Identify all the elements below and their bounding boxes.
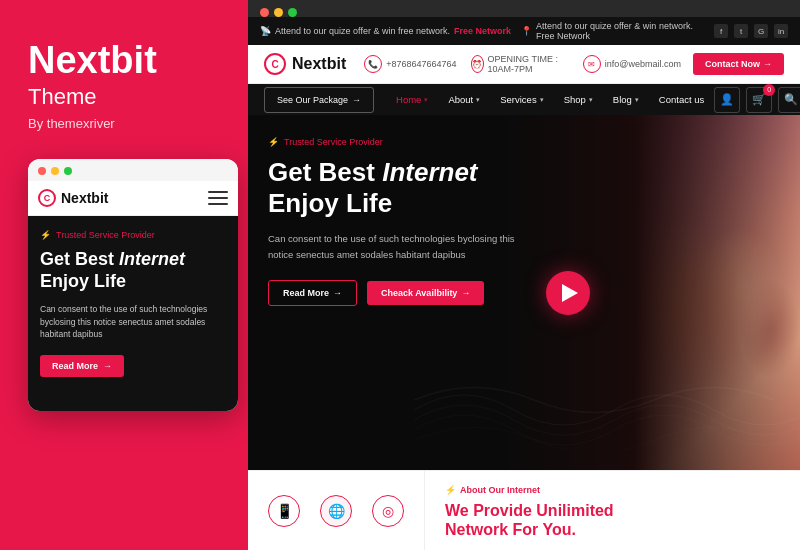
desktop-nav: See Our Package → Home ▾ About ▾ Service… <box>248 84 800 115</box>
nav-links: Home ▾ About ▾ Services ▾ Shop ▾ Blog ▾ … <box>386 84 714 115</box>
browser-dot-yellow <box>274 8 283 17</box>
phone-icon: 📞 <box>364 55 382 73</box>
twitter-icon[interactable]: t <box>734 24 748 38</box>
browser-dots <box>260 8 788 17</box>
header-info: 📞 +8768647664764 ⏰ OPENING TIME : 10AM-7… <box>364 54 681 74</box>
mobile-device-icon: 📱 <box>268 495 300 527</box>
hero-description: Can consent to the use of such technolog… <box>268 231 532 261</box>
announcement-icon: 📡 <box>260 26 271 36</box>
bottom-icons: 📱 🌐 ◎ <box>248 471 425 550</box>
about-title: We Provide Unilimited Network For You. <box>445 501 780 539</box>
google-plus-icon[interactable]: G <box>754 24 768 38</box>
contact-now-button[interactable]: Contact Now → <box>693 53 784 75</box>
brand-by: By themexriver <box>28 116 115 131</box>
announcement-bar: 📡 Attend to our quize offer & win free n… <box>248 17 800 45</box>
mobile-icon-item: 📱 <box>268 495 300 527</box>
mobile-logo-icon: C <box>38 189 56 207</box>
target-icon-item: ◎ <box>372 495 404 527</box>
arrow-icon: → <box>352 95 361 105</box>
facebook-icon[interactable]: f <box>714 24 728 38</box>
mobile-logo-text: Nextbit <box>61 190 108 206</box>
dot-red <box>38 167 46 175</box>
chevron-down-icon: ▾ <box>589 96 593 104</box>
trusted-icon: ⚡ <box>40 230 51 240</box>
nav-contact[interactable]: Contact us <box>649 84 714 115</box>
target-icon: ◎ <box>372 495 404 527</box>
arrow-icon: → <box>763 59 772 69</box>
nav-home[interactable]: Home ▾ <box>386 84 438 115</box>
play-button[interactable] <box>546 271 590 315</box>
phone-info: 📞 +8768647664764 <box>364 55 456 73</box>
desktop-logo-icon: C <box>264 53 286 75</box>
desktop-logo: C Nextbit <box>264 53 346 75</box>
play-icon <box>562 284 578 302</box>
nav-blog[interactable]: Blog ▾ <box>603 84 649 115</box>
arrow-icon: → <box>461 288 470 298</box>
cart-badge: 0 <box>763 84 775 96</box>
hero-title: Get Best Internet Enjoy Life <box>268 157 532 219</box>
announcement-center: 📍 Attend to our quize offer & win networ… <box>521 21 704 41</box>
opening-info: ⏰ OPENING TIME : 10AM-7PM <box>471 54 569 74</box>
mobile-hamburger-icon[interactable] <box>208 191 228 205</box>
nav-about[interactable]: About ▾ <box>438 84 490 115</box>
location-icon: 📍 <box>521 26 532 36</box>
chevron-down-icon: ▾ <box>540 96 544 104</box>
mobile-header: C Nextbit <box>28 181 238 216</box>
arrow-icon: → <box>333 288 342 298</box>
email-icon: ✉ <box>583 55 601 73</box>
nav-action-icons: 👤 🛒 0 🔍 <box>714 87 800 113</box>
announcement-left: 📡 Attend to our quize offer & win free n… <box>260 26 511 36</box>
brand-subtitle: Theme <box>28 84 96 110</box>
desktop-logo-text: Nextbit <box>292 55 346 73</box>
mobile-hero-section: ⚡ Trusted Service Provider Get Best Inte… <box>28 216 238 411</box>
mobile-preview-card: C Nextbit ⚡ Trusted Service Provider Get… <box>28 159 238 411</box>
nav-shop[interactable]: Shop ▾ <box>554 84 603 115</box>
search-icon[interactable]: 🔍 <box>778 87 800 113</box>
globe-icon: 🌐 <box>320 495 352 527</box>
chevron-down-icon: ▾ <box>476 96 480 104</box>
check-availability-button[interactable]: Cheack Availbility → <box>367 281 484 305</box>
window-dots <box>28 159 238 181</box>
linkedin-icon[interactable]: in <box>774 24 788 38</box>
mobile-trusted-label: ⚡ Trusted Service Provider <box>40 230 226 240</box>
about-label: ⚡ About Our Internet <box>445 485 780 495</box>
brand-title: Nextbit <box>28 40 157 82</box>
mobile-hero-desc: Can consent to the use of such technolog… <box>40 303 226 341</box>
user-icon[interactable]: 👤 <box>714 87 740 113</box>
social-icons: f t G in <box>714 24 788 38</box>
announcement-link[interactable]: Free Network <box>454 26 511 36</box>
chevron-down-icon: ▾ <box>424 96 428 104</box>
email-info: ✉ info@webmail.com <box>583 55 681 73</box>
hero-content: ⚡ Trusted Service Provider Get Best Inte… <box>248 115 552 470</box>
globe-icon-item: 🌐 <box>320 495 352 527</box>
about-section: ⚡ About Our Internet We Provide Unilimit… <box>425 471 800 550</box>
bottom-section: 📱 🌐 ◎ ⚡ About Our Internet We Provide Un… <box>248 470 800 550</box>
right-panel: 📡 Attend to our quize offer & win free n… <box>248 0 800 550</box>
mobile-logo: C Nextbit <box>38 189 108 207</box>
trusted-service-label: ⚡ Trusted Service Provider <box>268 137 532 147</box>
about-icon: ⚡ <box>445 485 456 495</box>
dot-yellow <box>51 167 59 175</box>
browser-chrome <box>248 0 800 17</box>
left-panel: Nextbit Theme By themexriver C Nextbit ⚡… <box>0 0 248 550</box>
hero-buttons: Read More → Cheack Availbility → <box>268 280 532 306</box>
browser-dot-red <box>260 8 269 17</box>
clock-icon: ⏰ <box>471 55 484 73</box>
hero-section: ⚡ Trusted Service Provider Get Best Inte… <box>248 115 800 470</box>
mobile-hero-title: Get Best Internet Enjoy Life <box>40 248 226 293</box>
nav-services[interactable]: Services ▾ <box>490 84 553 115</box>
mobile-read-more-button[interactable]: Read More → <box>40 355 124 377</box>
chevron-down-icon: ▾ <box>635 96 639 104</box>
arrow-icon: → <box>103 361 112 371</box>
dot-green <box>64 167 72 175</box>
desktop-header: C Nextbit 📞 +8768647664764 ⏰ OPENING TIM… <box>248 45 800 84</box>
browser-dot-green <box>288 8 297 17</box>
trusted-icon: ⚡ <box>268 137 279 147</box>
read-more-button[interactable]: Read More → <box>268 280 357 306</box>
cart-icon[interactable]: 🛒 0 <box>746 87 772 113</box>
see-package-button[interactable]: See Our Package → <box>264 87 374 113</box>
